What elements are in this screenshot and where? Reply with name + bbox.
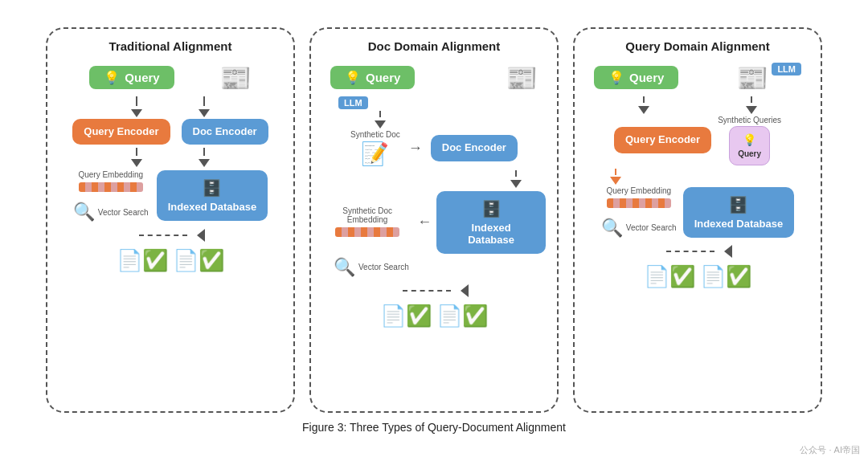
synthetic-doc-icon: 📝 (361, 141, 389, 167)
doc-icon-2: 📰 (506, 63, 538, 93)
llm-badge-3: LLM (772, 63, 801, 75)
retrieved-docs-2: 📄✅ 📄✅ (380, 304, 488, 328)
embedding-bar-3 (607, 198, 671, 208)
diagram-traditional: Traditional Alignment 💡 Query 📰 (46, 27, 295, 413)
diagram-title-traditional: Traditional Alignment (109, 39, 232, 55)
doc-result-2a: 📄✅ (380, 304, 432, 328)
doc-result-1a: 📄✅ (117, 248, 168, 273)
diagram-doc-domain: Doc Domain Alignment 💡 Query 📰 LLM (309, 27, 559, 413)
diagram-query-domain: Query Domain Alignment 💡 Query 📰 LLM (573, 27, 822, 413)
query-encoder-1: Query Encoder (72, 119, 170, 145)
search-icon-2: 🔍 (334, 257, 355, 278)
retrieved-docs-3: 📄✅ 📄✅ (644, 264, 751, 289)
doc-icon-1: 📰 (219, 63, 252, 93)
diagram-title-query: Query Domain Alignment (625, 39, 769, 55)
indexed-db-1: 🗄️ Indexed Database (157, 170, 268, 221)
embedding-bar-1 (79, 182, 143, 192)
search-icon-1: 🔍 (73, 202, 95, 222)
doc-encoder-1: Doc Encoder (182, 119, 268, 145)
retrieved-docs-1: 📄✅ 📄✅ (117, 248, 224, 273)
query-box-3: 💡 Query (594, 66, 678, 89)
diagram-title-doc: Doc Domain Alignment (368, 39, 500, 55)
embedding-bar-2 (335, 227, 399, 237)
llm-badge-2: LLM (338, 96, 368, 109)
query-box-2: 💡 Query (330, 66, 415, 89)
synthetic-queries-box: 💡 Query (729, 126, 770, 165)
doc-result-2b: 📄✅ (436, 304, 488, 328)
indexed-db-2: 🗄️ Indexed Database (436, 191, 546, 254)
search-icon-3: 🔍 (601, 218, 623, 239)
query-box-1: 💡 Query (89, 66, 174, 89)
doc-encoder-2: Doc Encoder (431, 135, 518, 161)
doc-icon-3: 📰 (736, 63, 768, 93)
doc-result-1b: 📄✅ (173, 248, 224, 273)
query-encoder-3: Query Encoder (614, 127, 711, 153)
watermark: 公众号 · AI帝国 (800, 444, 860, 456)
diagrams-row: Traditional Alignment 💡 Query 📰 (16, 27, 852, 413)
main-container: Traditional Alignment 💡 Query 📰 (0, 19, 868, 442)
doc-result-3a: 📄✅ (644, 264, 695, 289)
indexed-db-3: 🗄️ Indexed Database (683, 187, 795, 238)
figure-caption: Figure 3: Three Types of Query-Document … (302, 421, 566, 434)
doc-result-3b: 📄✅ (700, 264, 751, 289)
